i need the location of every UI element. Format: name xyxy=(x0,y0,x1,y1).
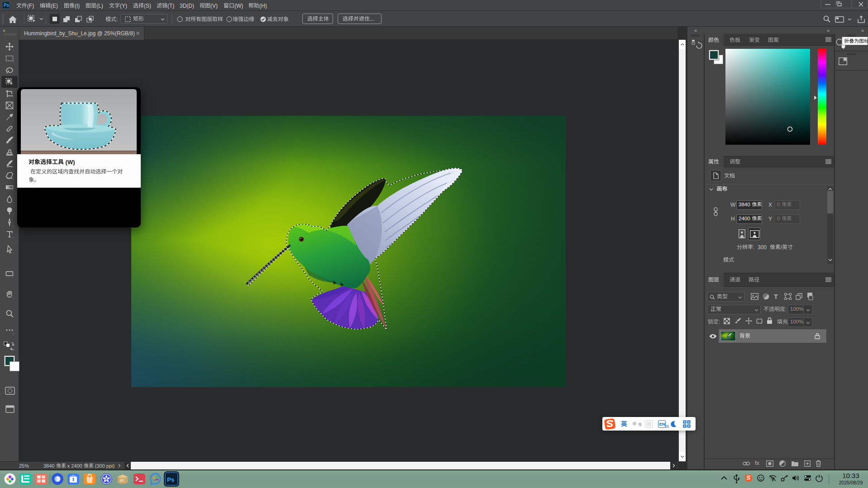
svg-text:Ps: Ps xyxy=(167,476,174,483)
svg-text:UOS: UOS xyxy=(120,480,124,482)
